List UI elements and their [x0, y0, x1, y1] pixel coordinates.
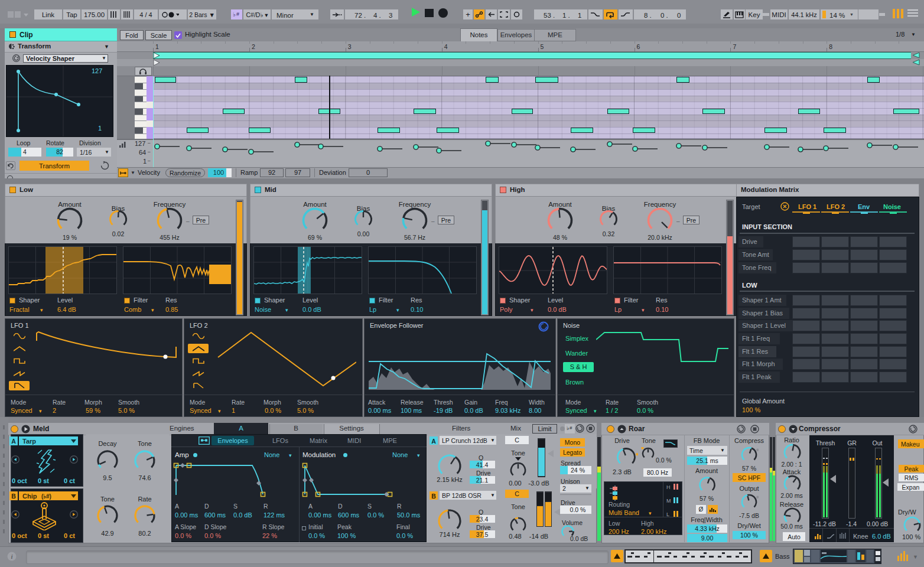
- svg-text:i: i: [11, 553, 12, 560]
